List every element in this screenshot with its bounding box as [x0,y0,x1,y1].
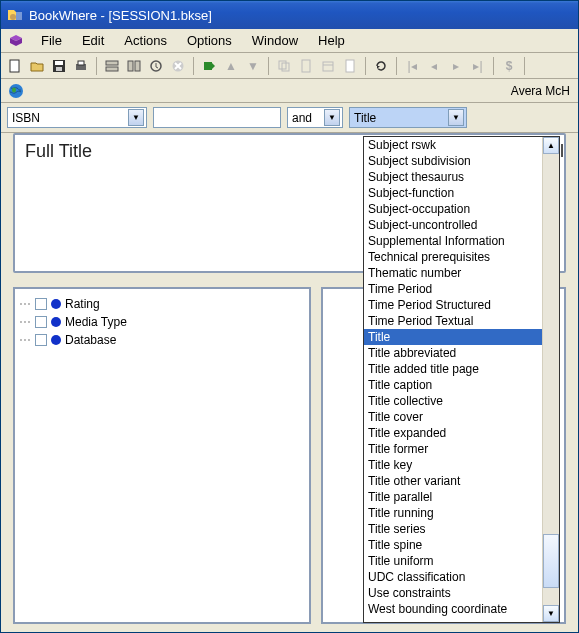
field1-label: ISBN [12,111,128,125]
dropdown-option[interactable]: UDC classification [364,569,542,585]
first-icon: |◂ [402,56,422,76]
tool-stop-icon [168,56,188,76]
tool-group-icon[interactable] [124,56,144,76]
dropdown-option[interactable]: Title collective [364,393,542,409]
svg-point-20 [12,87,16,92]
last-icon: ▸| [468,56,488,76]
tree-item-rating[interactable]: ⋯ Rating [19,295,305,313]
scroll-thumb[interactable] [543,534,559,588]
dropdown-option[interactable]: Title uniform [364,553,542,569]
svg-rect-7 [106,61,118,65]
save-icon[interactable] [49,56,69,76]
dropdown-option[interactable]: Title caption [364,377,542,393]
dropdown-option[interactable]: West bounding coordinate [364,601,542,617]
bullet-icon [51,299,61,309]
dropdown-option[interactable]: Title expanded [364,425,542,441]
dropdown-option[interactable]: Subject subdivision [364,153,542,169]
svg-rect-6 [78,61,84,65]
menu-icon [7,32,25,50]
svg-point-19 [9,84,23,98]
dropdown-option[interactable]: Title series [364,521,542,537]
checkbox[interactable] [35,298,47,310]
svg-rect-16 [302,60,310,72]
print-icon[interactable] [71,56,91,76]
svg-rect-1 [10,60,19,72]
dropdown-option[interactable]: Title running [364,505,542,521]
menu-actions[interactable]: Actions [114,31,177,50]
dropdown-option[interactable]: Time Period Textual [364,313,542,329]
dropdown-option[interactable]: Title abbreviated [364,345,542,361]
scroll-up-icon[interactable]: ▲ [543,137,559,154]
refresh-icon[interactable] [371,56,391,76]
menu-help[interactable]: Help [308,31,355,50]
tree-item-media-type[interactable]: ⋯ Media Type [19,313,305,331]
new-icon[interactable] [5,56,25,76]
title-bar: BookWhere - [SESSION1.bkse] [1,1,578,29]
svg-rect-9 [128,61,133,71]
svg-rect-10 [135,61,140,71]
dropdown-option[interactable]: Use constraints [364,585,542,601]
cost-icon: $ [499,56,519,76]
dropdown-option[interactable]: Subject-uncontrolled [364,217,542,233]
dropdown-option[interactable]: Title spine [364,537,542,553]
dropdown-option[interactable]: Title parallel [364,489,542,505]
tree-connector-icon: ⋯ [19,315,31,329]
dropdown-option[interactable]: Subject-occupation [364,201,542,217]
operator-combo[interactable]: and ▼ [287,107,343,128]
field2-combo[interactable]: Title ▼ [349,107,467,128]
chevron-down-icon[interactable]: ▼ [128,109,144,126]
checkbox[interactable] [35,334,47,346]
tree-connector-icon: ⋯ [19,297,31,311]
menu-edit[interactable]: Edit [72,31,114,50]
menu-window[interactable]: Window [242,31,308,50]
dropdown-option[interactable]: Technical prerequisites [364,249,542,265]
dropdown-option[interactable]: Subject-function [364,185,542,201]
window-title: BookWhere - [SESSION1.bkse] [29,8,212,23]
dropdown-option[interactable]: Subject rswk [364,137,542,153]
field2-label: Title [354,111,448,125]
down-arrow-icon: ▼ [243,56,263,76]
dropdown-option[interactable]: Title added title page [364,361,542,377]
menu-options[interactable]: Options [177,31,242,50]
app-icon [7,7,23,23]
dropdown-option[interactable]: Title key [364,457,542,473]
tree-pane: ⋯ Rating ⋯ Media Type ⋯ Database [13,287,311,624]
svg-rect-8 [106,67,118,71]
search-row: ISBN ▼ and ▼ Title ▼ [1,103,578,133]
menu-file[interactable]: File [31,31,72,50]
dropdown-option[interactable]: Thematic number [364,265,542,281]
svg-rect-18 [346,60,354,72]
search-input[interactable] [153,107,281,128]
scrollbar[interactable]: ▲ ▼ [542,137,559,622]
tree-item-label: Rating [65,297,100,311]
dropdown-option[interactable]: Title other variant [364,473,542,489]
dropdown-option[interactable]: Time Period Structured [364,297,542,313]
field2-dropdown-list[interactable]: Subject rswkSubject subdivisionSubject t… [363,136,560,623]
checkbox[interactable] [35,316,47,328]
open-icon[interactable] [27,56,47,76]
scroll-down-icon[interactable]: ▼ [543,605,559,622]
go-icon[interactable] [199,56,219,76]
dropdown-option[interactable]: Supplemental Information [364,233,542,249]
next-icon: ▸ [446,56,466,76]
dropdown-option[interactable]: Subject thesaurus [364,169,542,185]
bullet-icon [51,335,61,345]
tree-connector-icon: ⋯ [19,333,31,347]
chevron-down-icon[interactable]: ▼ [324,109,340,126]
tree-item-database[interactable]: ⋯ Database [19,331,305,349]
dropdown-option[interactable]: Time Period [364,281,542,297]
tool-status-icon[interactable] [146,56,166,76]
dropdown-option[interactable]: Title former [364,441,542,457]
toolbar: ▲ ▼ |◂ ◂ ▸ ▸| $ [1,53,578,79]
chevron-down-icon[interactable]: ▼ [448,109,464,126]
dropdown-option[interactable]: Title [364,329,542,345]
scroll-track[interactable] [543,154,559,605]
field1-combo[interactable]: ISBN ▼ [7,107,147,128]
tool-hosts-icon[interactable] [102,56,122,76]
copy-icon [274,56,294,76]
paste-icon [296,56,316,76]
prev-icon: ◂ [424,56,444,76]
globe-icon[interactable] [7,82,25,100]
tree-item-label: Database [65,333,116,347]
dropdown-option[interactable]: Title cover [364,409,542,425]
